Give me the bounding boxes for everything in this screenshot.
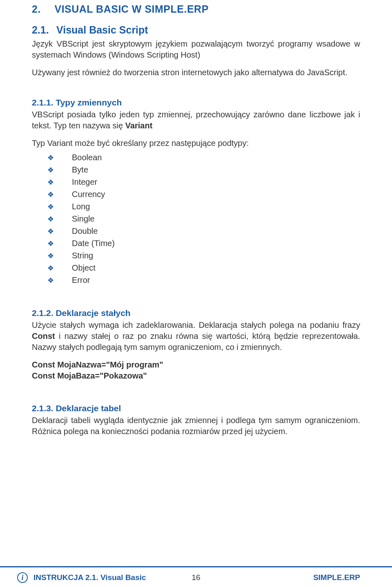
diamond-bullet-icon: ❖ [47, 263, 55, 274]
info-icon: i [17, 572, 28, 583]
footer-left-text: INSTRUKCJA 2.1. Visual Basic [33, 573, 146, 582]
list-item: ❖Double [47, 225, 360, 237]
diamond-bullet-icon: ❖ [47, 214, 55, 225]
list-item: ❖Error [47, 274, 360, 286]
subtype-label: Object [72, 262, 96, 274]
subtype-label: Double [72, 225, 98, 237]
list-item: ❖Byte [47, 164, 360, 176]
diamond-bullet-icon: ❖ [47, 238, 55, 249]
chapter-title: VISUAL BASIC W SIMPLE.ERP [54, 3, 208, 15]
section-2-1-2-heading: 2.1.2. Deklaracje stałych [32, 308, 360, 318]
section-2-1-3-paragraph-1: Deklaracji tabeli wygląda identycznie ja… [32, 415, 360, 437]
subtype-label: Date (Time) [72, 237, 115, 249]
list-item: ❖Date (Time) [47, 237, 360, 249]
list-item: ❖Boolean [47, 151, 360, 164]
section-2-1-3-number: 2.1.3. [32, 403, 53, 413]
s212-p1-a: Użycie stałych wymaga ich zadeklarowania… [32, 320, 360, 329]
section-2-1-1-heading: 2.1.1. Typy zmiennych [32, 98, 360, 108]
subtype-label: Single [72, 213, 95, 225]
const-example-block: Const MojaNazwa="Mój program" Const Moja… [32, 359, 360, 381]
diamond-bullet-icon: ❖ [47, 251, 55, 262]
section-2-1-2-paragraph-1: Użycie stałych wymaga ich zadeklarowania… [32, 320, 360, 353]
chapter-number: 2. [32, 3, 51, 15]
list-item: ❖Integer [47, 176, 360, 188]
section-2-1-1-p1-text: VBScript posiada tylko jeden typ zmienne… [32, 110, 360, 130]
section-2-1-3-title: Deklaracje tabel [56, 403, 121, 413]
subtype-list: ❖Boolean ❖Byte ❖Integer ❖Currency ❖Long … [47, 151, 360, 286]
diamond-bullet-icon: ❖ [47, 189, 55, 200]
list-item: ❖Currency [47, 188, 360, 200]
section-2-1-3-heading: 2.1.3. Deklaracje tabel [32, 403, 360, 413]
diamond-bullet-icon: ❖ [47, 202, 55, 213]
section-2-1-1-title: Typy zmiennych [56, 98, 122, 107]
variant-keyword: Variant [125, 121, 153, 130]
section-2-1-heading: 2.1.Visual Basic Script [32, 24, 360, 36]
section-2-1-1-number: 2.1.1. [32, 98, 53, 107]
page-footer: i INSTRUKCJA 2.1. Visual Basic 16 SIMPLE… [0, 566, 392, 587]
diamond-bullet-icon: ❖ [47, 226, 55, 237]
footer-right-text: SIMPLE.ERP [313, 573, 360, 582]
code-line-1: Const MojaNazwa="Mój program" [32, 359, 360, 370]
list-item: ❖Long [47, 200, 360, 213]
subtype-label: String [72, 249, 93, 262]
section-2-1-2-title: Deklaracje stałych [56, 308, 130, 318]
page-number: 16 [192, 573, 200, 582]
const-keyword: Const [32, 332, 55, 341]
section-2-1-title: Visual Basic Script [56, 24, 148, 36]
section-2-1-paragraph-2: Używany jest również do tworzenia stron … [32, 67, 360, 78]
diamond-bullet-icon: ❖ [47, 152, 55, 164]
code-line-2: Const MojaBaza="Pokazowa" [32, 370, 360, 381]
section-2-1-1-paragraph-1: VBScript posiada tylko jeden typ zmienne… [32, 109, 360, 131]
subtype-label: Currency [72, 188, 105, 200]
diamond-bullet-icon: ❖ [47, 275, 55, 286]
list-item: ❖Object [47, 262, 360, 274]
s212-p1-c: i nazwy stałej o raz po znaku równa się … [32, 332, 360, 352]
section-2-1-1-paragraph-2: Typ Variant może być określany przez nas… [32, 138, 360, 149]
list-item: ❖String [47, 249, 360, 262]
diamond-bullet-icon: ❖ [47, 177, 55, 188]
section-2-1-paragraph-1: Język VBScript jest skryptowym językiem … [32, 38, 360, 60]
subtype-label: Byte [72, 164, 88, 176]
section-2-1-2-number: 2.1.2. [32, 308, 53, 318]
subtype-label: Boolean [72, 151, 102, 164]
subtype-label: Integer [72, 176, 97, 188]
diamond-bullet-icon: ❖ [47, 165, 55, 176]
subtype-label: Error [72, 274, 90, 286]
subtype-label: Long [72, 200, 90, 213]
section-2-1-number: 2.1. [32, 24, 56, 36]
list-item: ❖Single [47, 213, 360, 225]
chapter-heading: 2. VISUAL BASIC W SIMPLE.ERP [32, 3, 360, 15]
